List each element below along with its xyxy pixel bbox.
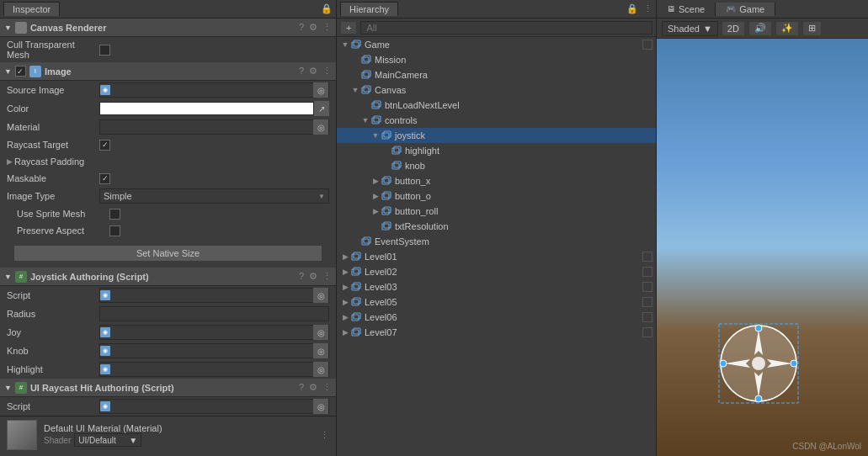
raycast-padding-arrow[interactable]: ▶: [7, 157, 13, 166]
tree-arrow-knob[interactable]: [381, 161, 391, 171]
tree-check-level01[interactable]: [642, 252, 652, 262]
tree-check-level02[interactable]: [642, 267, 652, 277]
tree-arrow-level07[interactable]: ▶: [340, 327, 350, 337]
native-size-btn[interactable]: Set Native Size: [13, 245, 322, 262]
hierarchy-add-btn[interactable]: +: [340, 21, 357, 34]
tree-arrow-button_o[interactable]: ▶: [370, 191, 381, 201]
hierarchy-tab[interactable]: Hierarchy: [340, 2, 398, 16]
tree-arrow-button_roll[interactable]: ▶: [370, 206, 381, 216]
scene-tab[interactable]: 🖥 Scene: [657, 3, 716, 16]
raycast-script-field[interactable]: ◉ UIRaycastHitAuthoring ◎: [99, 399, 329, 414]
highlight-picker-btn[interactable]: ◎: [313, 362, 328, 377]
use-sprite-mesh-checkbox[interactable]: [109, 209, 120, 220]
raycast-script-input[interactable]: UIRaycastHitAuthoring: [110, 401, 313, 411]
joystick-settings-icon[interactable]: ⚙: [309, 271, 317, 282]
grid-btn[interactable]: ⊞: [802, 21, 822, 36]
joy-field[interactable]: ◉ joystick ◎: [99, 325, 329, 340]
tree-item-knob[interactable]: knob: [337, 158, 656, 173]
tree-check-game[interactable]: [642, 40, 652, 50]
speaker-btn[interactable]: 🔊: [748, 21, 772, 36]
material-field[interactable]: None (Material) ◎: [99, 119, 329, 135]
tree-item-button_x[interactable]: ▶button_x: [337, 173, 656, 188]
image-type-dropdown[interactable]: Simple ▼: [99, 188, 329, 204]
joystick-script-field[interactable]: ◉ JoystickAuthoring ◎: [99, 288, 329, 303]
tree-item-joystick[interactable]: ▼joystick: [337, 128, 656, 143]
color-picker-btn[interactable]: ↗: [314, 101, 329, 116]
image-enabled-checkbox[interactable]: [15, 66, 26, 77]
settings-icon[interactable]: ⚙: [309, 22, 317, 33]
game-tab[interactable]: 🎮 Game: [716, 3, 775, 16]
shaded-dropdown[interactable]: Shaded ▼: [662, 21, 718, 36]
material-shader-dropdown[interactable]: UI/Default ▼: [74, 433, 141, 447]
knob-field[interactable]: ◉ knob ◎: [99, 343, 329, 358]
raycast-target-checkbox[interactable]: [99, 140, 110, 151]
tree-item-maincamera[interactable]: MainCamera: [337, 67, 656, 82]
tree-item-txtresolution[interactable]: txtResolution: [337, 219, 656, 234]
tree-item-level03[interactable]: ▶Level03: [337, 279, 656, 294]
view-2d-btn[interactable]: 2D: [722, 21, 745, 36]
tree-arrow-controls[interactable]: ▼: [360, 115, 370, 125]
image-settings-icon[interactable]: ⚙: [309, 66, 317, 77]
tree-item-btnloadnextlevel[interactable]: btnLoadNextLevel: [337, 98, 656, 113]
fx-btn[interactable]: ✨: [775, 21, 799, 36]
knob-input[interactable]: knob: [110, 346, 313, 356]
tree-arrow-game[interactable]: ▼: [340, 40, 350, 50]
color-swatch[interactable]: [99, 102, 314, 115]
tree-check-level05[interactable]: [642, 297, 652, 307]
joystick-script-input[interactable]: JoystickAuthoring: [110, 290, 313, 300]
tree-arrow-txtresolution[interactable]: [370, 221, 381, 231]
radius-input[interactable]: 70: [99, 306, 329, 321]
inspector-tab[interactable]: Inspector: [3, 2, 60, 16]
tree-item-highlight[interactable]: highlight: [337, 143, 656, 158]
joystick-more-icon[interactable]: ⋮: [322, 271, 332, 282]
image-help-btn[interactable]: ?: [299, 66, 304, 77]
joystick-help-btn[interactable]: ?: [299, 271, 304, 282]
tree-check-level07[interactable]: [642, 327, 652, 337]
tree-arrow-level06[interactable]: ▶: [340, 312, 350, 322]
more-icon[interactable]: ⋮: [322, 22, 332, 33]
tree-arrow-canvas[interactable]: ▼: [350, 85, 360, 95]
raycast-script-picker-btn[interactable]: ◎: [313, 399, 328, 414]
tree-arrow-level03[interactable]: ▶: [340, 282, 350, 292]
tree-item-game[interactable]: ▼Game: [337, 37, 656, 52]
joy-input[interactable]: joystick: [110, 327, 313, 337]
tree-arrow-level01[interactable]: ▶: [340, 252, 350, 262]
image-more-icon[interactable]: ⋮: [322, 66, 332, 77]
tree-arrow-level05[interactable]: ▶: [340, 297, 350, 307]
lock-icon[interactable]: 🔒: [321, 3, 333, 14]
knob-picker-btn[interactable]: ◎: [313, 343, 328, 358]
tree-item-controls[interactable]: ▼controls: [337, 113, 656, 128]
tree-item-button_o[interactable]: ▶button_o: [337, 188, 656, 204]
material-more-icon[interactable]: ⋮: [320, 430, 329, 440]
material-picker-btn[interactable]: ◎: [313, 119, 328, 135]
help-btn[interactable]: ?: [299, 22, 304, 33]
tree-item-level06[interactable]: ▶Level06: [337, 310, 656, 325]
hierarchy-search[interactable]: [360, 21, 652, 34]
source-image-picker-btn[interactable]: ◎: [313, 82, 328, 98]
tree-item-level01[interactable]: ▶Level01: [337, 249, 656, 264]
tree-item-level02[interactable]: ▶Level02: [337, 264, 656, 279]
raycast-help-btn[interactable]: ?: [299, 382, 304, 393]
joystick-script-picker-btn[interactable]: ◎: [313, 288, 328, 303]
tree-arrow-btnloadnextlevel[interactable]: [360, 100, 370, 110]
material-input[interactable]: None (Material): [100, 122, 313, 132]
source-image-field[interactable]: ◉ joy ◎: [99, 82, 329, 98]
hierarchy-dots-icon[interactable]: ⋮: [643, 3, 652, 14]
raycast-more-icon[interactable]: ⋮: [322, 382, 332, 393]
tree-arrow-maincamera[interactable]: [350, 70, 360, 80]
tree-item-button_roll[interactable]: ▶button_roll: [337, 204, 656, 219]
tree-arrow-joystick[interactable]: ▼: [370, 130, 381, 141]
tree-arrow-eventsystem[interactable]: [350, 236, 360, 247]
tree-arrow-button_x[interactable]: ▶: [370, 176, 381, 186]
highlight-input[interactable]: highlight: [110, 364, 313, 374]
tree-check-level03[interactable]: [642, 282, 652, 292]
tree-item-canvas[interactable]: ▼Canvas: [337, 82, 656, 98]
tree-arrow-level02[interactable]: ▶: [340, 267, 350, 277]
tree-arrow-highlight[interactable]: [381, 146, 391, 156]
tree-item-level07[interactable]: ▶Level07: [337, 325, 656, 340]
cull-transparent-checkbox[interactable]: [99, 45, 110, 56]
preserve-aspect-checkbox[interactable]: [109, 225, 120, 236]
maskable-checkbox[interactable]: [99, 173, 110, 184]
tree-arrow-mission[interactable]: [350, 55, 360, 65]
joy-picker-btn[interactable]: ◎: [313, 325, 328, 340]
